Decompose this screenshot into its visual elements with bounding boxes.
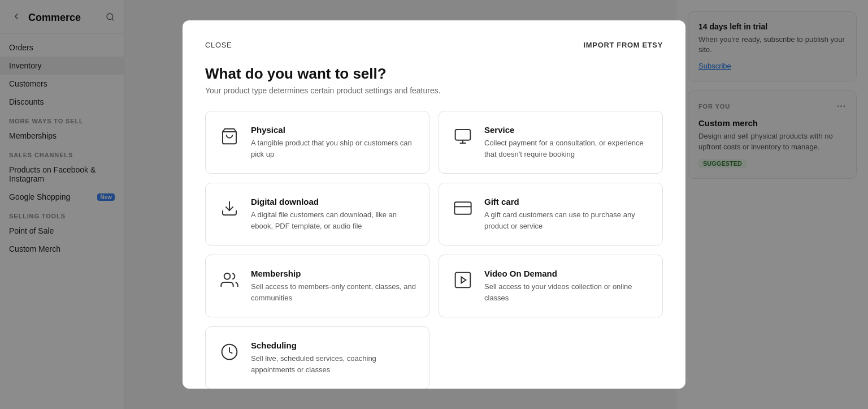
scheduling-icon [218,341,241,363]
product-card-physical[interactable]: Physical A tangible product that you shi… [205,111,429,174]
product-card-gift-card[interactable]: Gift card A gift card customers can use … [439,183,663,246]
scheduling-text: Scheduling Sell live, scheduled services… [251,341,416,375]
modal-top-bar: Close Import from Etsy [205,41,663,49]
video-on-demand-desc: Sell access to your videos collection or… [484,281,650,303]
download-icon [218,197,241,219]
physical-desc: A tangible product that you ship or cust… [251,137,416,160]
gift-card-desc: A gift card customers can use to purchas… [484,209,650,231]
svg-rect-10 [455,273,471,288]
modal-overlay[interactable]: Close Import from Etsy What do you want … [0,0,868,409]
product-type-grid: Physical A tangible product that you shi… [205,111,663,389]
video-icon [452,269,474,291]
scheduling-name: Scheduling [251,341,416,350]
membership-icon [218,269,241,291]
membership-name: Membership [251,269,416,278]
product-card-service[interactable]: Service Collect payment for a consultati… [439,111,663,174]
video-on-demand-text: Video On Demand Sell access to your vide… [484,269,650,303]
video-on-demand-name: Video On Demand [484,269,650,278]
modal-close-button[interactable]: Close [205,41,232,49]
membership-desc: Sell access to members-only content, cla… [251,281,416,303]
service-icon [452,125,474,148]
service-text: Service Collect payment for a consultati… [484,125,650,160]
membership-text: Membership Sell access to members-only c… [251,269,416,303]
service-desc: Collect payment for a consultation, or e… [484,137,650,160]
digital-download-name: Digital download [251,197,416,206]
physical-name: Physical [251,125,416,135]
modal-title: What do you want to sell? [205,65,663,83]
service-name: Service [484,125,650,135]
modal-import-button[interactable]: Import from Etsy [584,41,663,49]
modal-subtitle: Your product type determines certain pro… [205,86,663,95]
product-card-membership[interactable]: Membership Sell access to members-only c… [205,255,429,317]
digital-download-desc: A digital file customers can download, l… [251,209,416,231]
physical-icon [218,125,241,148]
modal-dialog: Close Import from Etsy What do you want … [183,20,685,389]
gift-card-name: Gift card [484,197,650,206]
svg-rect-3 [455,130,471,140]
product-card-video-on-demand[interactable]: Video On Demand Sell access to your vide… [439,255,663,317]
product-card-scheduling[interactable]: Scheduling Sell live, scheduled services… [205,326,429,389]
physical-text: Physical A tangible product that you shi… [251,125,416,160]
svg-rect-7 [454,202,471,214]
gift-card-icon [452,197,474,219]
svg-point-9 [224,273,231,279]
product-card-digital-download[interactable]: Digital download A digital file customer… [205,183,429,246]
scheduling-desc: Sell live, scheduled services, coaching … [251,353,416,375]
svg-marker-11 [461,277,466,283]
gift-card-text: Gift card A gift card customers can use … [484,197,650,231]
digital-download-text: Digital download A digital file customer… [251,197,416,231]
